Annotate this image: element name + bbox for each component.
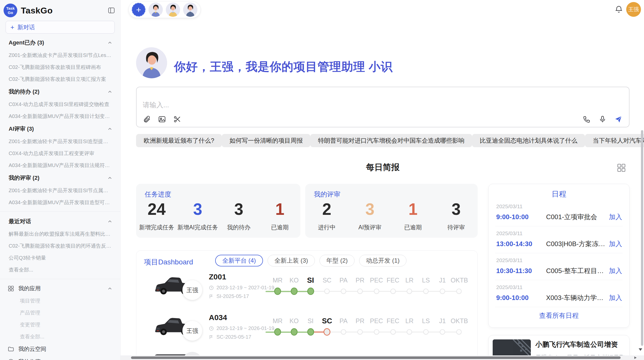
schedule-date: 2025/03/11 bbox=[496, 230, 622, 236]
sidebar-app-subitem[interactable]: 查看全部... bbox=[0, 331, 120, 343]
clock-icon bbox=[209, 326, 214, 331]
stat-label: 新增AI完成任务 bbox=[177, 223, 218, 231]
milestone-dot-pending bbox=[456, 329, 462, 335]
sidebar-item[interactable]: C02-飞腾新能源轻客改款项目立项汇报方案 bbox=[0, 73, 120, 85]
dashboard-tab[interactable]: 全新平台 (4) bbox=[215, 255, 263, 266]
sidebar-section-header[interactable]: 我的待办 (2) bbox=[0, 85, 120, 98]
stat-label: 已逾期 bbox=[391, 223, 435, 231]
join-button[interactable]: 加入 bbox=[609, 213, 622, 221]
stat-column: 24新增完成任务 bbox=[136, 201, 177, 231]
sidebar-item[interactable]: Z001-全新燃油轻卡产品开发项目SI造型提交物评审 bbox=[0, 136, 120, 147]
chat-input-card bbox=[136, 87, 630, 127]
stat-card-title: 我的评审 bbox=[314, 190, 340, 199]
session-avatar-1[interactable] bbox=[149, 3, 163, 17]
milestone-label: SI bbox=[302, 276, 319, 285]
join-button[interactable]: 加入 bbox=[609, 293, 622, 302]
suggestion-chip[interactable]: 特朗普可能对进口汽车增税会对中国车企造成哪些影响 bbox=[310, 134, 472, 147]
sidebar-item[interactable]: 查看全部... bbox=[0, 264, 120, 276]
sidebar-item[interactable]: A034-全新新能源MUV产品开发项目计划变更表编写 bbox=[0, 110, 120, 122]
suggestion-chip[interactable]: 欧洲新规最近颁布了什么? bbox=[136, 134, 222, 147]
chevron-up-icon bbox=[107, 175, 113, 181]
new-session-button[interactable]: + bbox=[132, 3, 145, 17]
view-all-schedule-link[interactable]: 查看所有日程 bbox=[489, 311, 629, 320]
session-avatar-3[interactable] bbox=[183, 3, 197, 17]
suggestion-chip[interactable]: 当下年轻人对汽车外观有怎样的喜好趋势 bbox=[585, 134, 644, 147]
input-toolbar-right bbox=[583, 115, 622, 123]
notification-bell-icon[interactable] bbox=[614, 5, 623, 13]
milestone-dot-pending bbox=[440, 289, 445, 294]
scroll-right-arrow-icon[interactable] bbox=[634, 356, 637, 359]
attachment-icon[interactable] bbox=[143, 115, 151, 123]
schedule-title: 日程 bbox=[489, 184, 629, 199]
sidebar-app-subitem[interactable]: 变更管理 bbox=[0, 319, 120, 331]
new-chat-button[interactable]: + 新对话 bbox=[6, 21, 115, 34]
sidebar-item[interactable]: Z001-全新燃油皮卡产品开发项目SI节点Lesson Learn报告 bbox=[0, 49, 120, 61]
chevron-up-icon bbox=[107, 219, 113, 224]
sidebar-item[interactable]: A034-全新新能源MUV产品开发项目法规符合性评审 bbox=[0, 159, 120, 171]
layout-grid-icon[interactable] bbox=[617, 163, 626, 173]
suggestion-chip[interactable]: 如何写一份清晰的项目周报 bbox=[222, 134, 310, 147]
sidebar-item[interactable]: Z001-全新燃油轻卡产品开发项目SI节点属性5D文件评审 bbox=[0, 185, 120, 197]
sidebar-app-subitem[interactable]: 产品管理 bbox=[0, 307, 120, 319]
folder-icon bbox=[8, 346, 14, 352]
sidebar-item[interactable]: C0X4-动力总成开发项目SI里程碑提交物检查 bbox=[0, 98, 120, 110]
milestone-dot-pending bbox=[423, 329, 429, 335]
sidebar-section-header[interactable]: Agent已办 (3) bbox=[0, 36, 120, 49]
milestone-dot-done bbox=[307, 288, 314, 295]
horizontal-scrollbar-thumb[interactable] bbox=[131, 356, 621, 359]
project-row[interactable]: 王强A0342023-12-19 ~ 2026-01-19SC-2025-05-… bbox=[136, 309, 478, 350]
milestone-line-done bbox=[266, 332, 311, 333]
sidebar-item-my-apps[interactable]: 我的应用 bbox=[0, 282, 120, 295]
scissors-icon[interactable] bbox=[173, 115, 181, 123]
sidebar-item[interactable]: 公司Q3轻卡销量 bbox=[0, 252, 120, 264]
project-row[interactable]: 王强Z0012023-12-19 ~ 2027-01-19SI-2025-05-… bbox=[136, 268, 478, 309]
milestone-label: OKTB bbox=[451, 276, 467, 285]
vertical-scrollbar-thumb[interactable] bbox=[641, 130, 643, 346]
image-icon[interactable] bbox=[158, 115, 166, 123]
sidebar-app-subitem[interactable]: 项目管理 bbox=[0, 295, 120, 307]
schedule-time: 10:30-11:30 bbox=[496, 267, 539, 275]
milestone-dot-pending bbox=[374, 329, 379, 335]
milestone-label: FEC bbox=[385, 316, 401, 325]
chat-input[interactable] bbox=[143, 100, 524, 114]
sidebar-item-folder[interactable]: 我的云空间 bbox=[0, 343, 120, 355]
project-owner-badge: 王强 bbox=[182, 321, 202, 341]
sidebar-section-header[interactable]: 最近对话 bbox=[0, 215, 120, 228]
send-icon[interactable] bbox=[614, 115, 622, 123]
app-title: TaskGo bbox=[21, 6, 53, 16]
star-icon bbox=[8, 358, 14, 360]
sidebar-item[interactable]: A034-全新新能源MUV产品开发项目造型可行性评审 bbox=[0, 197, 120, 208]
sidebar-collapse-icon[interactable] bbox=[108, 7, 115, 14]
microphone-icon[interactable] bbox=[598, 115, 607, 123]
sidebar-section-title: 我的评审 (2) bbox=[9, 174, 39, 182]
phone-icon[interactable] bbox=[583, 115, 591, 123]
project-id: Z001 bbox=[209, 273, 226, 281]
project-dates: 2023-12-19 ~ 2026-01-19 bbox=[209, 325, 274, 331]
join-button[interactable]: 加入 bbox=[609, 239, 622, 248]
dashboard-tab[interactable]: 动总开发 (1) bbox=[359, 255, 406, 266]
sidebar-item[interactable]: 解释最新出台的欧盟报废车法规再生塑料比例被调至15%... bbox=[0, 228, 120, 240]
suggestion-chip[interactable]: 比亚迪全固态电池计划具体说了什么 bbox=[472, 134, 585, 147]
scroll-down-arrow-icon[interactable] bbox=[639, 348, 642, 351]
stat-value: 3 bbox=[348, 201, 392, 218]
sidebar-section-header[interactable]: AI评审 (3) bbox=[0, 122, 120, 136]
milestone-dot-pending bbox=[324, 289, 330, 294]
sidebar-item[interactable]: C02-飞腾新能源轻客改款项目的闭环通告反馈情况 bbox=[0, 240, 120, 252]
dashboard-tab[interactable]: 年型 (2) bbox=[319, 255, 355, 266]
stat-value: 3 bbox=[218, 201, 259, 218]
stat-label: 新增完成任务 bbox=[136, 223, 177, 231]
session-avatar-2[interactable] bbox=[166, 3, 180, 17]
stat-value: 3 bbox=[435, 201, 478, 218]
sidebar-item[interactable]: C0X4-动力总成开发项目工程变更评审 bbox=[0, 147, 120, 159]
sidebar-item-star[interactable]: 我的收藏 bbox=[0, 355, 120, 360]
join-button[interactable]: 加入 bbox=[609, 266, 622, 275]
sidebar-item[interactable]: C02-飞腾新能源轻客改款项目里程碑画布 bbox=[0, 61, 120, 73]
milestone-label: FEC bbox=[385, 276, 401, 285]
user-name: 王强 bbox=[628, 6, 639, 13]
milestone-dot-pending bbox=[357, 329, 363, 335]
sidebar-section-header[interactable]: 我的评审 (2) bbox=[0, 171, 120, 185]
sidebar-section-title: 最近对话 bbox=[9, 218, 31, 225]
milestone-dot-pending bbox=[357, 289, 363, 294]
user-avatar[interactable]: 王强 bbox=[626, 2, 641, 17]
dashboard-tab[interactable]: 全新上装 (3) bbox=[268, 255, 315, 266]
